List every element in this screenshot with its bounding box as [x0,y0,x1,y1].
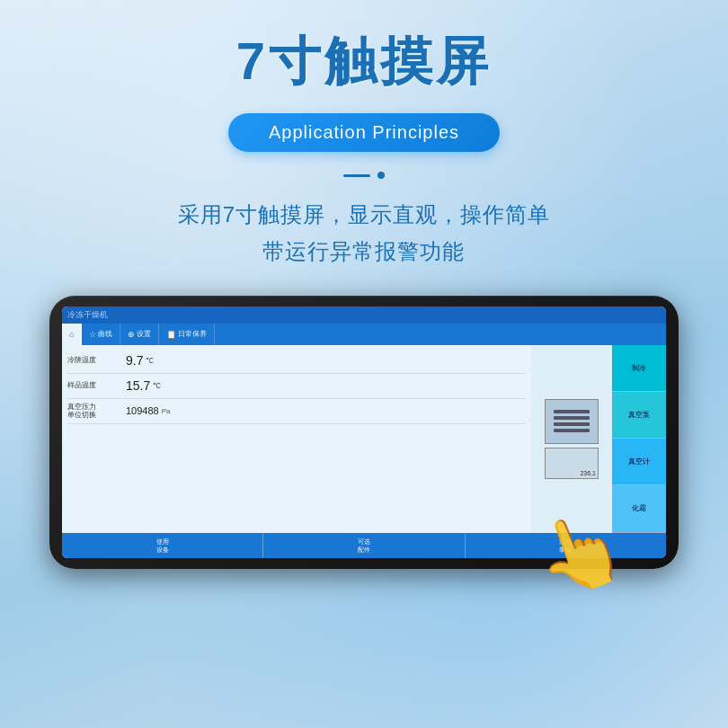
data-panel: 冷阱温度 9.7 ℃ 样品温度 15.7 ℃ [62,345,531,533]
description: 采用7寸触摸屏，显示直观，操作简单 带运行异常报警功能 [178,197,550,271]
main-title: 7寸触摸屏 [236,27,492,97]
page-container: 7寸触摸屏 Application Principles 采用7寸触摸屏，显示直… [0,0,728,728]
status-btn-vacuum-gauge[interactable]: 真空计 [612,439,666,485]
unit-cold-trap: ℃ [146,357,154,365]
diagram-line-1 [554,410,590,413]
gauge-value: 236.1 [580,470,596,476]
sep-dot [377,172,385,179]
nav-tab-settings[interactable]: ⊕ 设置 [120,324,159,345]
screen-nav: ⌂ ☆ 曲线 ⊕ 设置 📋 [62,324,666,345]
data-row-2: 真空压力单位切换 109488 Pa [67,399,526,424]
star-icon: ☆ [89,330,96,339]
diagram-box [545,399,599,444]
description-line2: 带运行异常报警功能 [178,234,550,271]
screen-main: 冷冻干燥机 ⌂ ☆ 曲线 ⊕ [62,306,666,558]
sep-line-left [343,174,370,177]
value-vacuum: 109488 [126,405,159,416]
device-body: 冷冻干燥机 ⌂ ☆ 曲线 ⊕ [49,296,679,569]
description-line1: 采用7寸触摸屏，显示直观，操作简单 [178,197,550,234]
value-cold-trap: 9.7 [126,353,143,368]
label-sample-temp: 样品温度 [67,381,117,390]
bottom-tab-equipment[interactable]: 使用设备 [62,533,263,558]
status-panel: 制冷 真空泵 真空计 化霜 [612,345,666,533]
screen-title: 冷冻干燥机 [67,309,108,321]
nav-tab-home[interactable]: ⌂ [62,324,82,345]
nav-maintenance-label: 日常保养 [178,329,207,339]
screen-bottom: 使用设备 可选配件 注意事项 [62,533,666,558]
label-vacuum: 真空压力单位切换 [67,403,117,420]
content-wrapper: 7寸触摸屏 Application Principles 采用7寸触摸屏，显示直… [0,27,728,569]
nav-settings-label: 设置 [137,329,151,339]
device-screen: 冷冻干燥机 ⌂ ☆ 曲线 ⊕ [62,306,666,558]
maintenance-icon: 📋 [166,330,176,339]
status-btn-defrost[interactable]: 化霜 [612,485,666,532]
bottom-tab-cautions[interactable]: 注意事项 [466,533,666,558]
screen-content: 冷阱温度 9.7 ℃ 样品温度 15.7 ℃ [62,345,666,533]
unit-vacuum: Pa [162,407,171,415]
diagram-line-3 [554,422,590,426]
application-principles-badge: Application Principles [228,113,500,152]
diagram-line-2 [554,416,590,420]
value-sample-temp: 15.7 [126,378,150,393]
status-btn-refrigeration[interactable]: 制冷 [612,345,666,392]
status-btn-vacuum-pump[interactable]: 真空泵 [612,392,666,439]
screen-topbar: 冷冻干燥机 [62,306,666,324]
diagram-gauge: 236.1 [545,448,599,479]
nav-tab-curve[interactable]: ☆ 曲线 [82,324,120,345]
diagram-area: 236.1 [531,345,612,533]
diagram-line-4 [554,429,590,432]
nav-curve-label: 曲线 [98,329,112,339]
home-icon: ⌂ [69,330,74,339]
bottom-tab-accessories[interactable]: 可选配件 [263,533,465,558]
label-cold-trap: 冷阱温度 [67,356,117,365]
diagram-lines [554,410,590,432]
device-wrapper: 冷冻干燥机 ⌂ ☆ 曲线 ⊕ [49,296,679,569]
separator [343,172,385,179]
nav-tab-maintenance[interactable]: 📋 日常保养 [159,324,215,345]
unit-sample-temp: ℃ [153,382,161,390]
data-row-0: 冷阱温度 9.7 ℃ [67,349,526,374]
settings-icon: ⊕ [128,330,135,339]
data-row-1: 样品温度 15.7 ℃ [67,374,526,399]
